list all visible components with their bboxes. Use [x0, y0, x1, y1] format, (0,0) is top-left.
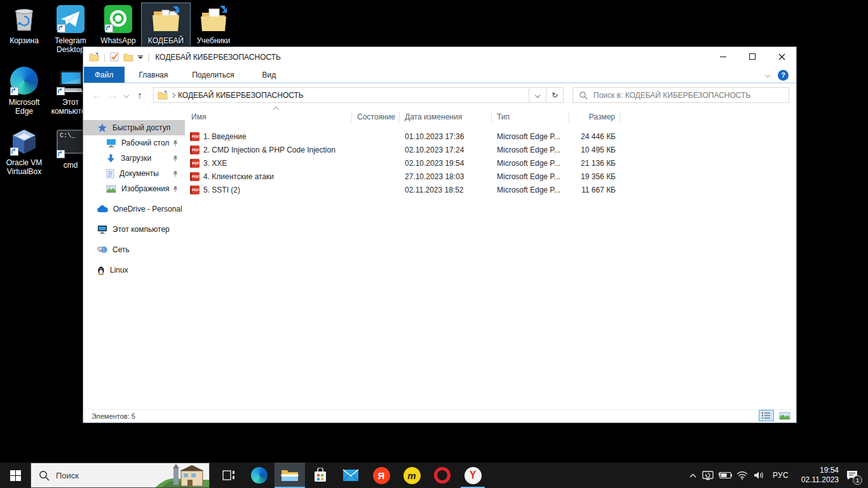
large-icons-view-button[interactable] [777, 410, 792, 421]
whatsapp-icon [104, 5, 133, 34]
taskbar-mail-button[interactable] [336, 463, 366, 488]
sidebar-item-downloads[interactable]: Загрузки [83, 151, 185, 166]
desktop-icon-whatsapp[interactable]: WhatsApp [94, 3, 142, 47]
customize-qat-button-icon[interactable] [138, 55, 143, 59]
file-row[interactable]: PDF2. CMD Injection & PHP Code Injection… [185, 143, 796, 156]
task-view-button[interactable] [214, 463, 244, 488]
file-size: 11 667 КБ [569, 186, 620, 194]
file-date: 02.10.2023 19:54 [400, 159, 492, 168]
language-indicator[interactable]: РУС [767, 463, 794, 488]
desktop-icon-kodebay[interactable]: КОДЕБАЙ [142, 3, 190, 47]
taskbar-edge-button[interactable] [244, 463, 275, 488]
sidebar-item-onedrive[interactable]: OneDrive - Personal [83, 201, 185, 217]
column-header-date-modified[interactable]: Дата изменения [400, 111, 492, 123]
up-button[interactable]: ↑ [132, 90, 148, 100]
amigo-icon: m [403, 467, 421, 484]
file-row[interactable]: PDF5. SSTI (2) 02.11.2023 18:52 Microsof… [185, 183, 796, 196]
forward-button[interactable]: → [105, 90, 121, 100]
file-date: 01.10.2023 17:36 [400, 132, 492, 141]
column-header-name[interactable]: Имя [185, 111, 352, 123]
pictures-icon [106, 185, 116, 193]
file-type: Microsoft Edge P... [492, 132, 569, 141]
sidebar-item-documents[interactable]: Документы [83, 166, 185, 181]
file-row[interactable]: PDF3. XXE 02.10.2023 19:54 Microsoft Edg… [185, 156, 796, 170]
desktop-icon-edge[interactable]: Microsoft Edge [0, 65, 48, 118]
navigation-toolbar: ← → ↑ КОДЕБАЙ КИБЕРБЕЗОПАСНОСТЬ ↻ [83, 83, 796, 107]
sidebar-item-this-pc[interactable]: Этот компьютер [83, 222, 185, 237]
tray-date: 02.11.2023 [794, 475, 839, 485]
taskbar-yandex-browser-button[interactable]: Y [458, 463, 488, 488]
file-type: Microsoft Edge P... [492, 172, 569, 181]
tab-home[interactable]: Главная [131, 67, 177, 83]
maximize-button[interactable] [738, 47, 767, 66]
start-button[interactable] [0, 463, 31, 488]
desktop-icon-uchebniki[interactable]: Учебники [189, 3, 238, 47]
taskbar-search[interactable] [31, 463, 210, 488]
taskbar-opera-button[interactable] [427, 463, 458, 488]
file-type: Microsoft Edge P... [492, 146, 569, 154]
desktop-icon-virtualbox[interactable]: Oracle VM VirtualBox [0, 125, 48, 178]
file-row[interactable]: PDF1. Введение 01.10.2023 17:36 Microsof… [185, 130, 796, 143]
sidebar-item-label: Изображения [121, 184, 169, 193]
taskbar-store-button[interactable] [305, 463, 336, 488]
display-sync-icon[interactable] [700, 463, 716, 488]
breadcrumb[interactable]: КОДЕБАЙ КИБЕРБЕЗОПАСНОСТЬ [178, 91, 304, 100]
back-button[interactable]: ← [88, 90, 105, 100]
network-icon [97, 245, 107, 254]
file-date: 02.11.2023 18:52 [400, 186, 492, 194]
sidebar-item-linux[interactable]: Linux [83, 262, 185, 278]
sidebar-item-quick-access[interactable]: Быстрый доступ [83, 120, 185, 135]
mail-icon [342, 469, 359, 482]
address-dropdown-button[interactable] [529, 87, 546, 103]
minimize-button[interactable] [709, 47, 738, 66]
download-icon [106, 154, 116, 163]
tab-file[interactable]: Файл [84, 67, 125, 83]
tab-share[interactable]: Поделиться [184, 67, 242, 83]
file-row[interactable]: PDF4. Клиентские атаки 27.10.2023 18:03 … [185, 170, 796, 183]
file-name: 1. Введение [203, 132, 247, 141]
search-input[interactable] [593, 91, 783, 100]
close-button[interactable] [767, 47, 796, 66]
action-center-button[interactable]: 1 [841, 463, 863, 488]
computer-icon [56, 67, 85, 96]
desktop-icon-recycle-bin[interactable]: Корзина [0, 3, 48, 47]
tab-view[interactable]: Вид [254, 67, 284, 83]
clock[interactable]: 19:54 02.11.2023 [794, 466, 841, 485]
address-bar[interactable]: КОДЕБАЙ КИБЕРБЕЗОПАСНОСТЬ [153, 87, 529, 103]
breadcrumb-chevron-icon[interactable] [170, 92, 175, 97]
taskbar-explorer-button[interactable] [275, 463, 305, 488]
search-box[interactable] [573, 87, 789, 103]
taskbar-apps: Я m Y [214, 463, 488, 488]
wifi-icon[interactable] [734, 463, 750, 488]
sidebar-item-network[interactable]: Сеть [83, 242, 185, 257]
pdf-file-icon: PDF [190, 186, 200, 194]
show-hidden-icons-button[interactable] [686, 463, 700, 488]
properties-button-icon[interactable] [110, 52, 119, 62]
recycle-bin-icon [10, 5, 39, 34]
sidebar-item-desktop[interactable]: Рабочий стол [83, 135, 185, 151]
desktop-icon-label: Учебники [191, 36, 236, 45]
items-count: Элементов: 5 [92, 412, 135, 420]
sidebar-item-pictures[interactable]: Изображения [83, 181, 185, 196]
column-header-status[interactable]: Состояние [352, 111, 400, 123]
details-view-button[interactable] [759, 410, 774, 421]
column-header-type[interactable]: Тип [492, 111, 569, 123]
sidebar-item-label: Сеть [112, 245, 130, 254]
taskbar-amigo-button[interactable]: m [397, 463, 427, 488]
column-header-size[interactable]: Размер [569, 111, 620, 123]
recent-locations-icon[interactable] [124, 92, 129, 97]
taskbar-yandex-button[interactable]: Я [366, 463, 397, 488]
opera-icon [434, 467, 451, 484]
new-folder-button-icon[interactable] [123, 53, 133, 62]
desktop-icon-label: КОДЕБАЙ [143, 36, 189, 45]
battery-icon[interactable] [716, 463, 734, 488]
pdf-file-icon: PDF [190, 159, 200, 168]
file-size: 21 136 КБ [569, 159, 620, 168]
help-icon[interactable]: ? [778, 70, 789, 81]
refresh-button[interactable]: ↻ [546, 87, 564, 103]
expand-ribbon-icon[interactable] [765, 72, 770, 78]
title-bar[interactable]: | | КОДЕБАЙ КИБЕРБЕЗОПАСНОСТЬ [83, 47, 796, 67]
taskbar-search-input[interactable] [56, 471, 139, 480]
volume-icon[interactable] [750, 463, 767, 488]
yandex-browser-icon: Y [465, 467, 482, 484]
